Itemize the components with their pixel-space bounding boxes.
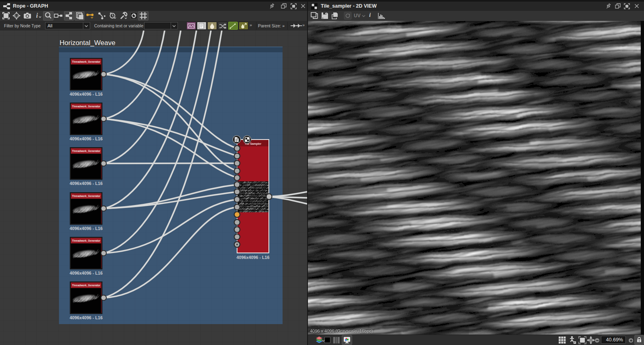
svg-text:Horizontal_Weave: Horizontal_Weave [60,39,116,47]
svg-text:4096x4096 - L16: 4096x4096 - L16 [70,181,103,186]
svg-text:Threadwork_Generator: Threadwork_Generator [72,239,101,242]
svg-text:4096x4096 - L16: 4096x4096 - L16 [70,315,103,320]
svg-text:Threadwork_Generator: Threadwork_Generator [72,284,101,287]
svg-text:4096x4096 - L16: 4096x4096 - L16 [70,226,103,231]
svg-text:4096x4096 - L16: 4096x4096 - L16 [70,271,103,275]
svg-text:1:1: 1:1 [15,15,19,17]
svg-text:i: i [36,12,38,19]
svg-text:Threadwork_Generator: Threadwork_Generator [72,195,101,197]
svg-text:4096x4096 - L16: 4096x4096 - L16 [236,255,269,260]
svg-text:Threadwork_Generator: Threadwork_Generator [72,150,101,152]
svg-text:Threadwork_Generator: Threadwork_Generator [72,105,101,108]
svg-text:4096x4096 - L16: 4096x4096 - L16 [70,136,103,141]
svg-text:4096x4096 - L16: 4096x4096 - L16 [70,92,103,97]
svg-text:Threadwork_Generator: Threadwork_Generator [72,60,101,63]
